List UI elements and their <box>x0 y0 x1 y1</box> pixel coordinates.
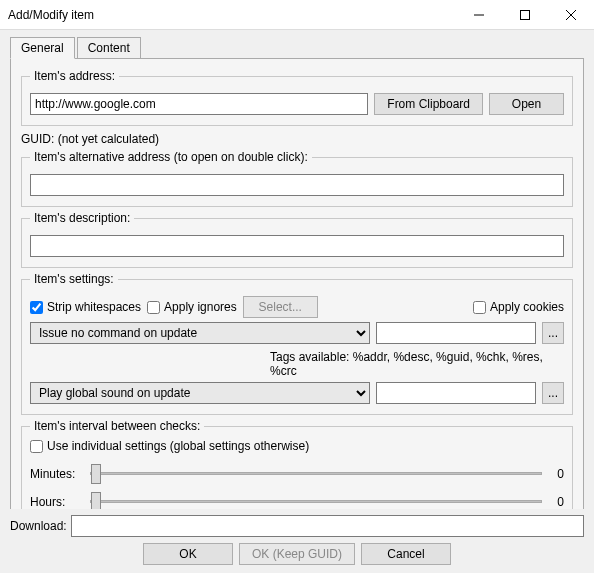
description-input[interactable] <box>30 235 564 257</box>
address-legend: Item's address: <box>30 69 119 83</box>
description-group: Item's description: <box>21 211 573 268</box>
tab-pane-general: Item's address: From Clipboard Open GUID… <box>10 58 584 562</box>
hours-label: Hours: <box>30 495 84 509</box>
alt-address-group: Item's alternative address (to open on d… <box>21 150 573 207</box>
settings-group: Item's settings: Strip whitespaces Apply… <box>21 272 573 415</box>
command-browse-button[interactable]: ... <box>542 322 564 344</box>
download-input[interactable] <box>71 515 584 537</box>
window-title: Add/Modify item <box>8 8 456 22</box>
ok-keep-guid-button: OK (Keep GUID) <box>239 543 355 565</box>
sound-param-input <box>376 382 536 404</box>
use-individual-checkbox[interactable]: Use individual settings (global settings… <box>30 439 309 453</box>
settings-legend: Item's settings: <box>30 272 118 286</box>
tab-general[interactable]: General <box>10 37 75 59</box>
svg-rect-1 <box>521 10 530 19</box>
description-legend: Item's description: <box>30 211 134 225</box>
strip-whitespaces-checkbox[interactable]: Strip whitespaces <box>30 300 141 314</box>
minimize-button[interactable] <box>456 0 502 30</box>
sound-select[interactable]: Play global sound on update <box>30 382 370 404</box>
command-param-input[interactable] <box>376 322 536 344</box>
address-input[interactable] <box>30 93 368 115</box>
address-group: Item's address: From Clipboard Open <box>21 69 573 126</box>
from-clipboard-button[interactable]: From Clipboard <box>374 93 483 115</box>
tab-content[interactable]: Content <box>77 37 141 59</box>
titlebar: Add/Modify item <box>0 0 594 30</box>
download-label: Download: <box>10 519 67 533</box>
sound-browse-button: ... <box>542 382 564 404</box>
select-ignores-button[interactable]: Select... <box>243 296 318 318</box>
hours-value: 0 <box>548 495 564 509</box>
alt-address-legend: Item's alternative address (to open on d… <box>30 150 312 164</box>
minutes-label: Minutes: <box>30 467 84 481</box>
alt-address-input[interactable] <box>30 174 564 196</box>
guid-label: GUID: (not yet calculated) <box>21 132 573 146</box>
interval-legend: Item's interval between checks: <box>30 419 204 433</box>
tab-row: General Content <box>10 37 584 59</box>
tags-available-label: Tags available: %addr, %desc, %guid, %ch… <box>30 350 564 378</box>
open-button[interactable]: Open <box>489 93 564 115</box>
apply-ignores-checkbox[interactable]: Apply ignores <box>147 300 237 314</box>
minutes-value: 0 <box>548 467 564 481</box>
command-select[interactable]: Issue no command on update <box>30 322 370 344</box>
minutes-slider[interactable] <box>90 464 542 484</box>
ok-button[interactable]: OK <box>143 543 233 565</box>
maximize-button[interactable] <box>502 0 548 30</box>
cancel-button[interactable]: Cancel <box>361 543 451 565</box>
close-button[interactable] <box>548 0 594 30</box>
apply-cookies-checkbox[interactable]: Apply cookies <box>473 300 564 314</box>
